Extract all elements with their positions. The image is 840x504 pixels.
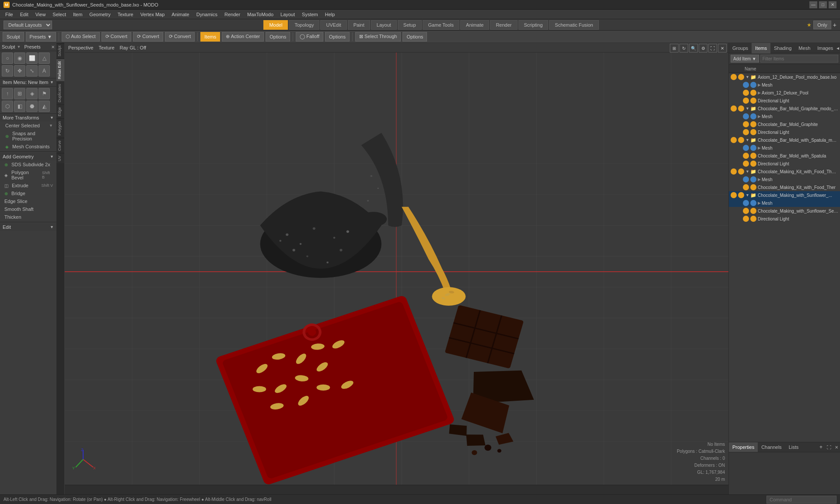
tool-x3[interactable]: ⬣	[26, 101, 38, 112]
vp-icon-close[interactable]: ✕	[718, 44, 727, 52]
vert-tab-curve[interactable]: Curve	[56, 138, 64, 153]
menu-geometry[interactable]: Geometry	[86, 10, 114, 19]
menu-system[interactable]: System	[298, 10, 322, 19]
vert-tab-relax[interactable]: Relax Edit	[56, 59, 64, 81]
tab-animate[interactable]: Animate	[460, 20, 489, 30]
tab-layout[interactable]: Layout	[371, 20, 397, 30]
options-button1[interactable]: Options	[266, 32, 290, 42]
item-axiom-root[interactable]: ▼ 📁 Axiom_12_Deluxe_Pool_modo_base.lxo	[729, 73, 840, 81]
item-cbms-mesh[interactable]: ▶ Mesh	[729, 144, 840, 152]
tool-tri[interactable]: △	[38, 52, 50, 64]
tool-sphere[interactable]: ◉	[14, 52, 25, 64]
sds-subdivide-item[interactable]: ⊕ SDS Subdivide 2x	[0, 161, 56, 168]
add-tab-button[interactable]: +	[833, 21, 836, 28]
sculpt-button[interactable]: Sculpt	[3, 32, 24, 42]
item-cmk-item[interactable]: Chocolate_Making_Kit_with_Food_Ther	[729, 183, 840, 191]
ray-gl-label[interactable]: Ray GL : Off	[120, 45, 147, 50]
tool-x4[interactable]: ◭	[38, 101, 50, 112]
bridge-item[interactable]: ⊕ Bridge	[0, 189, 56, 197]
close-button[interactable]: ✕	[829, 1, 836, 8]
more-transforms-header[interactable]: More Transforms ▼	[0, 113, 56, 122]
item-cbms-item[interactable]: Chocolate_Bar_Mold_with_Spatula	[729, 152, 840, 160]
menu-dynamics[interactable]: Dynamics	[193, 10, 221, 19]
menu-view[interactable]: View	[32, 10, 49, 19]
tab-scripting[interactable]: Scripting	[518, 20, 549, 30]
item-cms-item[interactable]: Chocolate_Making_with_Sunflower_Seeds	[729, 207, 840, 215]
right-tab-groups[interactable]: Groups	[729, 43, 752, 53]
item-cmk-mesh[interactable]: ▶ Mesh	[729, 175, 840, 183]
item-cbms-root[interactable]: ▼ 📁 Chocolate_Bar_Mold_with_Spatula_modo…	[729, 136, 840, 144]
convert-button2[interactable]: ⟳ Convert	[133, 32, 163, 42]
right-panel-arrow-left[interactable]: ◂	[836, 45, 839, 51]
menu-help[interactable]: Help	[322, 10, 339, 19]
vert-tab-uv[interactable]: UV	[56, 153, 64, 164]
rb-expand[interactable]: ⛶	[825, 444, 833, 451]
options-button3[interactable]: Options	[402, 32, 427, 42]
tool-cube[interactable]: ⬜	[26, 52, 38, 64]
vp-icon-settings[interactable]: ⚙	[699, 44, 707, 52]
menu-item[interactable]: Item	[70, 10, 86, 19]
convert-button3[interactable]: ⟳ Convert	[165, 32, 195, 42]
item-axiom-light[interactable]: Directional Light	[729, 97, 840, 105]
perspective-label[interactable]: Perspective	[68, 45, 93, 50]
texture-label[interactable]: Texture	[98, 45, 114, 50]
item-cbms-light[interactable]: Directional Light	[729, 160, 840, 168]
menu-layout[interactable]: Layout	[277, 10, 298, 19]
menu-edit[interactable]: Edit	[17, 10, 32, 19]
menu-animate[interactable]: Animate	[168, 10, 192, 19]
add-geometry-header[interactable]: Add Geometry ▼	[0, 153, 56, 161]
maximize-button[interactable]: □	[819, 1, 827, 8]
item-cbmg-item[interactable]: Chocolate_Bar_Mold_Graphite	[729, 120, 840, 128]
item-cbmg-light[interactable]: Directional Light	[729, 128, 840, 136]
viewport-canvas[interactable]: X Y Z No Items Polygons : Catmull-Clark …	[65, 52, 728, 485]
rb-close[interactable]: ✕	[833, 444, 840, 451]
right-tab-items[interactable]: Items	[752, 43, 770, 53]
item-cms-light[interactable]: Directional Light	[729, 215, 840, 223]
smooth-shaft-item[interactable]: Smooth Shaft	[0, 205, 56, 213]
tool-arrow[interactable]: ↑	[2, 88, 13, 99]
tool-flag[interactable]: ⚑	[38, 88, 50, 99]
polygon-bevel-item[interactable]: ◈ Polygon Bevel Shift B	[0, 168, 56, 182]
item-axiom-mesh[interactable]: ▶ Mesh	[729, 81, 840, 89]
tool-grid[interactable]: ⊞	[14, 88, 25, 99]
tool-rotate[interactable]: ↻	[2, 65, 13, 77]
tool-obj[interactable]: ◈	[26, 88, 38, 99]
edge-slice-item[interactable]: Edge Slice	[0, 197, 56, 205]
menu-vertexmap[interactable]: Vertex Map	[137, 10, 168, 19]
rb-tab-add[interactable]: +	[817, 443, 825, 451]
action-center-button[interactable]: ⊕ Action Center	[222, 32, 264, 42]
item-cmk-root[interactable]: ▼ 📁 Chocolate_Making_Kit_with_Food_Therm…	[729, 168, 840, 175]
tool-x1[interactable]: ⬡	[2, 101, 13, 112]
tab-paint[interactable]: Paint	[348, 20, 370, 30]
tool-x2[interactable]: ◧	[14, 101, 25, 112]
item-cbmg-root[interactable]: ▼ 📁 Chocolate_Bar_Mold_Graphite_modo_bas…	[729, 105, 840, 112]
viewport[interactable]: Perspective Texture Ray GL : Off ⊞ ↻ 🔍 ⚙…	[65, 43, 728, 494]
presets-close-icon[interactable]: ✕	[51, 45, 55, 49]
mesh-constraints-item[interactable]: ◈ Mesh Constraints	[0, 143, 56, 150]
vp-icon-rotate[interactable]: ↻	[679, 44, 688, 52]
tab-render[interactable]: Render	[490, 20, 517, 30]
rb-tab-channels[interactable]: Channels	[758, 442, 785, 452]
add-item-button[interactable]: Add Item ▼	[731, 55, 759, 63]
only-button[interactable]: Only	[813, 21, 831, 29]
menu-maxtomodo[interactable]: MaxToModo	[244, 10, 277, 19]
item-cms-mesh[interactable]: ▶ Mesh	[729, 199, 840, 207]
item-cbmg-mesh[interactable]: ▶ Mesh	[729, 112, 840, 120]
item-axiom-pool[interactable]: ▶ Axiom_12_Deluxe_Pool	[729, 89, 840, 97]
center-selected-item[interactable]: Center Selected ▼	[0, 122, 56, 130]
items-button[interactable]: Items	[200, 32, 220, 42]
menu-texture[interactable]: Texture	[114, 10, 137, 19]
vert-tab-sculpt[interactable]: Sculpt	[56, 43, 64, 59]
convert-button1[interactable]: ⟳ Convert	[102, 32, 132, 42]
select-through-button[interactable]: ⊠ Select Through	[355, 32, 401, 42]
right-tab-mesh[interactable]: Mesh	[795, 43, 814, 53]
tab-setup[interactable]: Setup	[398, 20, 422, 30]
options-button2[interactable]: Options	[325, 32, 350, 42]
vert-tab-edge[interactable]: Edge	[56, 105, 64, 119]
tab-uvedit[interactable]: UVEdit	[320, 20, 346, 30]
rb-tab-lists[interactable]: Lists	[785, 442, 802, 452]
falloff-button[interactable]: ◯ Falloff	[296, 32, 323, 42]
tab-schematic[interactable]: Schematic Fusion	[549, 20, 598, 30]
item-cms-root[interactable]: ▼ 📁 Chocolate_Making_with_Sunflower_...	[729, 191, 840, 199]
vert-tab-polygon[interactable]: Polygon	[56, 119, 64, 138]
